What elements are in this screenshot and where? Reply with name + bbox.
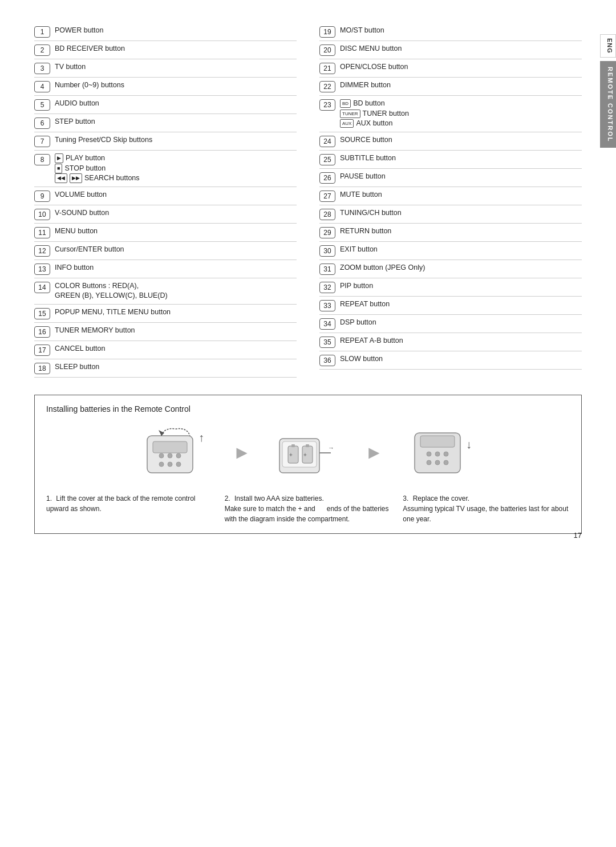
item-number: 32 [319, 282, 335, 293]
list-item: 19 MO/ST button [319, 23, 582, 41]
item-label: POPUP MENU, TITLE MENU button [55, 307, 297, 318]
item-number: 28 [319, 209, 335, 220]
svg-text:↓: ↓ [466, 438, 472, 451]
item-number: 19 [319, 26, 335, 38]
svg-point-8 [176, 462, 181, 467]
svg-point-3 [159, 453, 164, 458]
step-text: Lift the cover at the back of the remote… [46, 495, 196, 513]
list-item: 1 POWER button [34, 23, 297, 41]
battery-diagrams: ↑ ► + + [46, 422, 570, 484]
item-number: 24 [319, 136, 335, 147]
svg-point-25 [435, 460, 440, 465]
battery-step-1: 1. Lift the cover at the back of the rem… [46, 493, 213, 514]
list-item: 23 BD BD button TUNER TUNER button AUX A… [319, 96, 582, 132]
item-label: REPEAT A-B button [340, 336, 582, 346]
replace-cover-svg: ↓ [395, 424, 486, 481]
list-item: 9 VOLUME button [34, 187, 297, 205]
item-label: BD RECEIVER button [55, 44, 297, 54]
item-number: 1 [34, 26, 50, 38]
list-item: 29 RETURN button [319, 224, 582, 242]
list-item: 28 TUNING/CH button [319, 205, 582, 224]
svg-text:+: + [289, 452, 293, 458]
item-label: SLOW button [340, 354, 582, 364]
item-label: OPEN/CLOSE button [340, 62, 582, 72]
list-item: 20 DISC MENU button [319, 41, 582, 59]
item-label: CANCEL button [55, 344, 297, 354]
diagram-replace-cover: ↓ [389, 422, 492, 484]
item-number: 9 [34, 191, 50, 202]
svg-rect-1 [153, 441, 187, 453]
list-item: 24 SOURCE button [319, 132, 582, 151]
list-item: 11 MENU button [34, 224, 297, 242]
item-label: REPEAT button [340, 299, 582, 310]
item-label: PAUSE button [340, 172, 582, 182]
svg-point-26 [444, 460, 448, 465]
item-label: V-SOUND button [55, 208, 297, 218]
list-item: 34 DSP button [319, 315, 582, 333]
list-item: 22 DIMMER button [319, 78, 582, 96]
stop-icon: ■ [55, 164, 62, 173]
item-label: BD BD button TUNER TUNER button AUX AUX … [340, 99, 582, 129]
svg-point-23 [444, 452, 448, 456]
list-item: 26 PAUSE button [319, 169, 582, 187]
item-number: 10 [34, 209, 50, 220]
item-number: 25 [319, 154, 335, 165]
list-item: 33 REPEAT button [319, 297, 582, 315]
item-number: 33 [319, 300, 335, 311]
list-item: 5 AUDIO button [34, 96, 297, 114]
aux-icon: AUX [340, 119, 354, 128]
item-label: MUTE button [340, 190, 582, 200]
item-number: 26 [319, 172, 335, 184]
step-number: 3. [403, 495, 408, 502]
svg-point-21 [427, 452, 431, 456]
step-number: 2. [225, 495, 230, 502]
item-number: 6 [34, 117, 50, 129]
list-item: 18 SLEEP button [34, 359, 297, 378]
item-label: ZOOM button (JPEG Only) [340, 263, 582, 273]
item-number: 23 [319, 99, 335, 111]
list-item: 16 TUNER MEMORY button [34, 323, 297, 341]
item-number: 4 [34, 81, 50, 92]
list-item: 8 ▶ PLAY button ■ STOP button ◀◀▶▶ SEARC… [34, 151, 297, 187]
list-item: 31 ZOOM button (JPEG Only) [319, 260, 582, 278]
svg-point-22 [435, 452, 440, 456]
item-number: 35 [319, 337, 335, 348]
item-label: MENU button [55, 226, 297, 237]
svg-point-4 [168, 453, 172, 458]
list-item: 36 SLOW button [319, 351, 582, 370]
item-number: 3 [34, 63, 50, 74]
list-item: 27 MUTE button [319, 187, 582, 205]
list-item: 17 CANCEL button [34, 341, 297, 359]
item-number: 29 [319, 227, 335, 238]
list-item: 25 SUBTITLE button [319, 151, 582, 169]
item-number: 13 [34, 264, 50, 275]
item-label: COLOR Buttons : RED(A),GREEN (B), YELLOW… [55, 281, 297, 301]
svg-rect-16 [306, 444, 309, 447]
item-number: 22 [319, 81, 335, 92]
lift-cover-svg: ↑ [130, 424, 221, 481]
item-label: SUBTITLE button [340, 153, 582, 164]
item-label: VOLUME button [55, 190, 297, 200]
item-number: 21 [319, 63, 335, 74]
item-number: 36 [319, 355, 335, 366]
step-text: Install two AAA size batteries.Make sure… [225, 495, 389, 523]
item-number: 11 [34, 227, 50, 238]
battery-steps: 1. Lift the cover at the back of the rem… [46, 493, 570, 524]
side-tabs: ENG REMOTE CONTROL [600, 34, 616, 148]
item-label: POWER button [55, 26, 297, 36]
item-label: TV button [55, 62, 297, 72]
battery-step-3: 3. Replace the cover.Assuming typical TV… [403, 493, 570, 524]
svg-point-6 [159, 462, 164, 467]
insert-battery-svg: + + → [262, 424, 354, 481]
search-fwd-icon: ▶▶ [70, 173, 82, 183]
item-number: 7 [34, 136, 50, 147]
item-label: Tuning Preset/CD Skip buttons [55, 135, 297, 145]
bd-icon: BD [340, 99, 351, 108]
item-label: STEP button [55, 117, 297, 127]
list-item: 6 STEP button [34, 114, 297, 132]
item-number: 12 [34, 245, 50, 257]
diagram-lift-cover: ↑ [124, 422, 227, 484]
svg-marker-2 [159, 430, 164, 436]
item-label: INFO button [55, 263, 297, 273]
list-item: 3 TV button [34, 59, 297, 78]
